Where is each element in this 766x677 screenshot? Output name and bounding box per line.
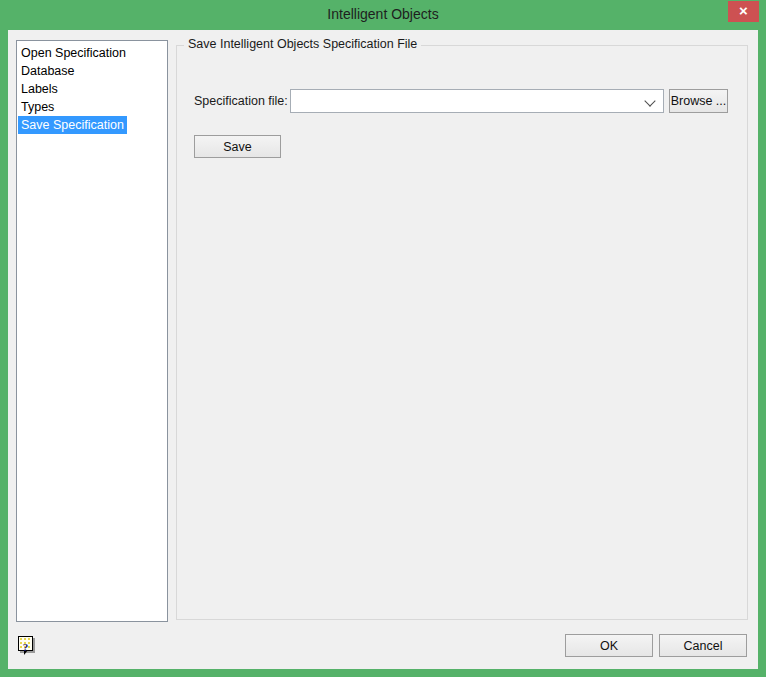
sidebar-item-labels[interactable]: Labels: [18, 80, 61, 98]
sidebar-item-database[interactable]: Database: [18, 62, 78, 80]
cancel-button[interactable]: Cancel: [659, 634, 747, 657]
dialog-window: Intelligent Objects × Open Specification…: [0, 0, 766, 677]
groupbox-title: Save Intelligent Objects Specification F…: [184, 37, 421, 51]
chevron-down-icon[interactable]: [644, 95, 655, 106]
close-icon: ×: [739, 2, 748, 19]
save-button[interactable]: Save: [194, 135, 281, 158]
sidebar-item-types[interactable]: Types: [18, 98, 57, 116]
question-mark-glyph: ?: [23, 641, 29, 653]
close-button[interactable]: ×: [728, 1, 759, 22]
sidebar-item-save-specification[interactable]: Save Specification: [18, 116, 127, 134]
browse-button[interactable]: Browse ...: [669, 89, 728, 113]
specification-file-label: Specification file:: [194, 89, 288, 113]
dialog-client-area: Open Specification Database Labels Types…: [8, 30, 758, 669]
help-button[interactable]: ?: [18, 636, 36, 655]
specification-file-input[interactable]: [293, 91, 641, 113]
sidebar-item-open-specification[interactable]: Open Specification: [18, 44, 129, 62]
help-icon: ?: [18, 636, 33, 651]
specification-file-combobox[interactable]: [290, 89, 664, 113]
save-specification-groupbox: Save Intelligent Objects Specification F…: [176, 45, 748, 620]
title-bar[interactable]: Intelligent Objects ×: [0, 0, 766, 30]
ok-button[interactable]: OK: [565, 634, 653, 657]
category-listbox: Open Specification Database Labels Types…: [16, 40, 168, 622]
window-title: Intelligent Objects: [0, 0, 766, 28]
